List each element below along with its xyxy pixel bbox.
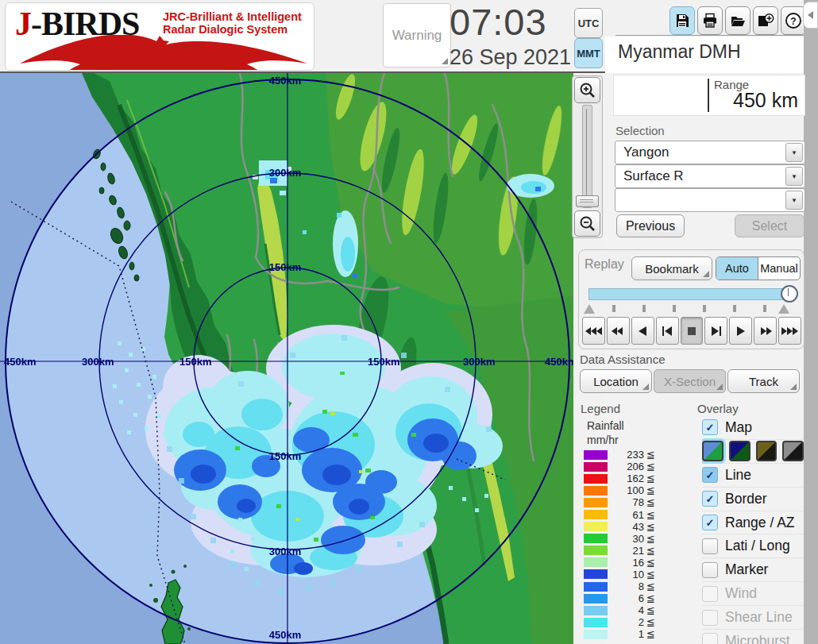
jump-end-button[interactable]	[778, 317, 801, 345]
map-style-swatch-olive[interactable]	[756, 441, 777, 461]
replay-slider-handle[interactable]	[781, 285, 798, 303]
chevron-down-icon[interactable]: ▼	[785, 143, 803, 162]
step-forward-button[interactable]	[704, 317, 727, 345]
map-style-swatch-dark[interactable]	[729, 441, 750, 461]
jbirds-logo: J-BIRDS JRC-Brilliant & Intelligent Rada…	[5, 2, 314, 71]
bookmark-button[interactable]: Bookmark	[631, 256, 712, 280]
zoom-out-button[interactable]	[574, 210, 600, 237]
overlay-row-marker[interactable]: Marker	[702, 558, 804, 582]
overlay-row-lati-long[interactable]: Lati / Long	[702, 534, 804, 558]
overlay-row-wind: Wind	[702, 582, 804, 606]
legend-row: 8≦	[584, 580, 668, 592]
open-file-button[interactable]	[725, 6, 750, 35]
export-image-button[interactable]	[753, 6, 778, 35]
range-ring-label: 300km	[82, 356, 114, 368]
auto-button[interactable]: Auto	[716, 257, 758, 280]
jump-start-button[interactable]	[582, 317, 605, 345]
range-ring-label: 150km	[269, 450, 301, 462]
previous-button[interactable]: Previous	[616, 214, 685, 237]
product-dropdown[interactable]: Surface R ▼	[615, 164, 805, 188]
legend-row: 2≦	[584, 616, 668, 628]
legend-swatch	[584, 618, 608, 627]
radar-map[interactable]: 450km 300km 150km 150km 300km 450km 450k…	[0, 73, 573, 644]
replay-timeline-slider[interactable]	[588, 288, 790, 300]
lati-long-checkbox[interactable]	[702, 538, 718, 554]
replay-mode-toggle: Auto Manual	[716, 256, 801, 280]
reverse-play-button[interactable]	[631, 317, 654, 345]
range-ring-label: 150km	[269, 261, 301, 273]
zoom-in-button[interactable]	[574, 77, 600, 103]
timeline-start-marker[interactable]	[584, 304, 595, 314]
legend-row: 10≦	[584, 569, 668, 580]
line-checkbox[interactable]: ✓	[702, 467, 718, 483]
range-ring-label: 450km	[545, 356, 573, 368]
panel-collapse-button[interactable]	[803, 2, 818, 29]
chevron-down-icon[interactable]: ▼	[785, 191, 803, 210]
play-reverse-icon	[635, 325, 650, 337]
legend-row: 100≦	[584, 484, 668, 496]
track-button[interactable]: Track	[727, 369, 800, 393]
warning-button[interactable]: Warning	[383, 3, 451, 67]
legend-row: 206≦	[584, 461, 668, 472]
timeline-tick	[673, 305, 676, 312]
print-icon	[702, 13, 718, 29]
open-folder-icon	[730, 13, 746, 29]
zoom-in-icon	[579, 82, 596, 99]
timeline-tick	[642, 305, 646, 312]
overlay-row-shear-line: Shear Line	[702, 606, 804, 630]
map-style-swatch-gray[interactable]	[782, 441, 804, 461]
zoom-slider-track[interactable]	[582, 105, 592, 208]
timeline-end-marker[interactable]	[778, 304, 789, 314]
station-dropdown[interactable]: Yangon ▼	[615, 141, 805, 164]
legend-swatch	[584, 569, 608, 579]
print-button[interactable]	[697, 6, 723, 35]
overlay-row-microburst: Microburst	[702, 630, 804, 644]
stop-button[interactable]	[681, 317, 704, 345]
select-button[interactable]: Select	[735, 214, 804, 237]
extra-dropdown[interactable]: ▼	[615, 188, 805, 212]
overlay-list: ✓Map ✓Line ✓Border ✓Range / AZ Lati / Lo…	[702, 416, 804, 644]
zoom-out-icon	[579, 215, 596, 233]
legend-swatch	[584, 546, 608, 555]
legend-row: 4≦	[584, 604, 668, 616]
map-zoom-widget	[572, 75, 603, 238]
range-ring-label: 300km	[463, 356, 495, 368]
legend-swatch	[584, 534, 608, 543]
overlay-row-map[interactable]: ✓Map	[702, 416, 804, 440]
fast-rewind-button[interactable]	[607, 317, 630, 345]
play-button[interactable]	[729, 317, 752, 345]
marker-checkbox[interactable]	[702, 562, 718, 578]
utc-button[interactable]: UTC	[574, 8, 603, 38]
range-display: Range 450 km	[613, 75, 805, 116]
double-rewind-icon	[610, 325, 626, 337]
location-button[interactable]: Location	[580, 369, 652, 393]
overlay-row-range-az[interactable]: ✓Range / AZ	[702, 511, 804, 535]
chevron-down-icon[interactable]: ▼	[785, 167, 803, 186]
zoom-slider-handle[interactable]	[576, 195, 599, 207]
legend-row: 6≦	[584, 592, 668, 604]
range-ring-label: 450km	[269, 75, 301, 87]
xsection-button[interactable]: X-Section	[654, 369, 726, 393]
product-dropdown-value: Surface R	[623, 165, 684, 187]
range-ring-label: 450km	[4, 356, 36, 368]
step-back-button[interactable]	[656, 317, 679, 345]
legend-row: 21≦	[584, 545, 668, 557]
legend-swatch	[584, 606, 608, 615]
manual-button[interactable]: Manual	[758, 257, 800, 280]
replay-group: Replay Bookmark Auto Manual	[578, 249, 804, 349]
microburst-checkbox	[702, 633, 718, 644]
save-button[interactable]	[669, 6, 695, 35]
range-ring-label: 450km	[269, 629, 301, 641]
legend-swatch	[584, 557, 608, 567]
range-ring-label: 300km	[269, 167, 301, 179]
map-checkbox[interactable]: ✓	[702, 419, 718, 435]
overlay-row-border[interactable]: ✓Border	[702, 488, 804, 511]
mmt-button[interactable]: MMT	[574, 38, 603, 68]
border-checkbox[interactable]: ✓	[702, 491, 718, 507]
legend-swatch	[584, 474, 608, 484]
map-style-swatch-terrain[interactable]	[702, 441, 723, 461]
overlay-row-line[interactable]: ✓Line	[702, 464, 804, 488]
fast-forward-button[interactable]	[754, 317, 777, 345]
range-az-checkbox[interactable]: ✓	[702, 515, 718, 530]
selection-label: Selection	[615, 124, 665, 137]
